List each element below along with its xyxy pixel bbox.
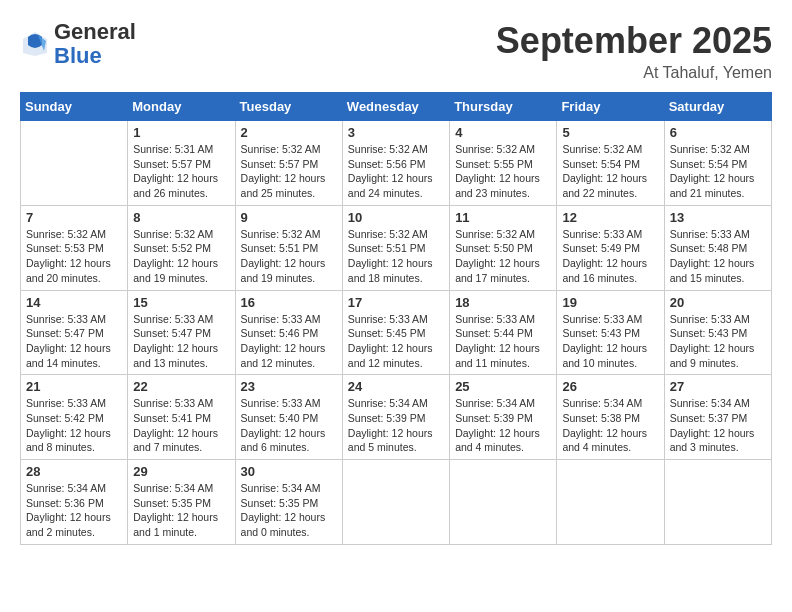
title-block: September 2025 At Tahaluf, Yemen bbox=[496, 20, 772, 82]
weekday-header-friday: Friday bbox=[557, 93, 664, 121]
calendar-cell: 24Sunrise: 5:34 AMSunset: 5:39 PMDayligh… bbox=[342, 375, 449, 460]
calendar-cell: 21Sunrise: 5:33 AMSunset: 5:42 PMDayligh… bbox=[21, 375, 128, 460]
logo-text: General Blue bbox=[54, 20, 136, 68]
calendar-cell bbox=[557, 460, 664, 545]
cell-date: 3 bbox=[348, 125, 444, 140]
calendar-cell: 5Sunrise: 5:32 AMSunset: 5:54 PMDaylight… bbox=[557, 121, 664, 206]
calendar-cell bbox=[21, 121, 128, 206]
calendar-title: September 2025 bbox=[496, 20, 772, 62]
week-row-3: 14Sunrise: 5:33 AMSunset: 5:47 PMDayligh… bbox=[21, 290, 772, 375]
calendar-cell: 1Sunrise: 5:31 AMSunset: 5:57 PMDaylight… bbox=[128, 121, 235, 206]
cell-date: 26 bbox=[562, 379, 658, 394]
cell-date: 12 bbox=[562, 210, 658, 225]
calendar-cell: 30Sunrise: 5:34 AMSunset: 5:35 PMDayligh… bbox=[235, 460, 342, 545]
cell-info: Sunrise: 5:33 AMSunset: 5:42 PMDaylight:… bbox=[26, 396, 122, 455]
calendar-cell: 19Sunrise: 5:33 AMSunset: 5:43 PMDayligh… bbox=[557, 290, 664, 375]
weekday-header-tuesday: Tuesday bbox=[235, 93, 342, 121]
calendar-cell: 7Sunrise: 5:32 AMSunset: 5:53 PMDaylight… bbox=[21, 205, 128, 290]
cell-date: 28 bbox=[26, 464, 122, 479]
cell-info: Sunrise: 5:33 AMSunset: 5:41 PMDaylight:… bbox=[133, 396, 229, 455]
cell-info: Sunrise: 5:33 AMSunset: 5:44 PMDaylight:… bbox=[455, 312, 551, 371]
weekday-header-wednesday: Wednesday bbox=[342, 93, 449, 121]
calendar-cell: 26Sunrise: 5:34 AMSunset: 5:38 PMDayligh… bbox=[557, 375, 664, 460]
cell-info: Sunrise: 5:34 AMSunset: 5:39 PMDaylight:… bbox=[348, 396, 444, 455]
cell-info: Sunrise: 5:32 AMSunset: 5:54 PMDaylight:… bbox=[670, 142, 766, 201]
calendar-cell: 27Sunrise: 5:34 AMSunset: 5:37 PMDayligh… bbox=[664, 375, 771, 460]
cell-date: 27 bbox=[670, 379, 766, 394]
calendar-cell: 6Sunrise: 5:32 AMSunset: 5:54 PMDaylight… bbox=[664, 121, 771, 206]
cell-date: 21 bbox=[26, 379, 122, 394]
cell-date: 15 bbox=[133, 295, 229, 310]
calendar-cell bbox=[664, 460, 771, 545]
logo-icon bbox=[20, 29, 50, 59]
calendar-cell: 18Sunrise: 5:33 AMSunset: 5:44 PMDayligh… bbox=[450, 290, 557, 375]
calendar-cell: 25Sunrise: 5:34 AMSunset: 5:39 PMDayligh… bbox=[450, 375, 557, 460]
weekday-header-saturday: Saturday bbox=[664, 93, 771, 121]
calendar-subtitle: At Tahaluf, Yemen bbox=[496, 64, 772, 82]
page-header: General Blue September 2025 At Tahaluf, … bbox=[20, 20, 772, 82]
calendar-cell: 8Sunrise: 5:32 AMSunset: 5:52 PMDaylight… bbox=[128, 205, 235, 290]
week-row-5: 28Sunrise: 5:34 AMSunset: 5:36 PMDayligh… bbox=[21, 460, 772, 545]
weekday-row: SundayMondayTuesdayWednesdayThursdayFrid… bbox=[21, 93, 772, 121]
cell-date: 7 bbox=[26, 210, 122, 225]
cell-date: 14 bbox=[26, 295, 122, 310]
cell-info: Sunrise: 5:34 AMSunset: 5:39 PMDaylight:… bbox=[455, 396, 551, 455]
cell-info: Sunrise: 5:34 AMSunset: 5:36 PMDaylight:… bbox=[26, 481, 122, 540]
cell-info: Sunrise: 5:33 AMSunset: 5:43 PMDaylight:… bbox=[562, 312, 658, 371]
calendar-cell: 9Sunrise: 5:32 AMSunset: 5:51 PMDaylight… bbox=[235, 205, 342, 290]
cell-info: Sunrise: 5:32 AMSunset: 5:55 PMDaylight:… bbox=[455, 142, 551, 201]
calendar-header: SundayMondayTuesdayWednesdayThursdayFrid… bbox=[21, 93, 772, 121]
cell-info: Sunrise: 5:32 AMSunset: 5:52 PMDaylight:… bbox=[133, 227, 229, 286]
calendar-cell: 4Sunrise: 5:32 AMSunset: 5:55 PMDaylight… bbox=[450, 121, 557, 206]
cell-date: 20 bbox=[670, 295, 766, 310]
cell-info: Sunrise: 5:33 AMSunset: 5:45 PMDaylight:… bbox=[348, 312, 444, 371]
cell-date: 24 bbox=[348, 379, 444, 394]
calendar-cell bbox=[342, 460, 449, 545]
calendar-cell bbox=[450, 460, 557, 545]
cell-info: Sunrise: 5:32 AMSunset: 5:51 PMDaylight:… bbox=[348, 227, 444, 286]
calendar-cell: 22Sunrise: 5:33 AMSunset: 5:41 PMDayligh… bbox=[128, 375, 235, 460]
cell-date: 4 bbox=[455, 125, 551, 140]
cell-date: 9 bbox=[241, 210, 337, 225]
cell-info: Sunrise: 5:33 AMSunset: 5:43 PMDaylight:… bbox=[670, 312, 766, 371]
cell-date: 11 bbox=[455, 210, 551, 225]
calendar-table: SundayMondayTuesdayWednesdayThursdayFrid… bbox=[20, 92, 772, 545]
cell-info: Sunrise: 5:33 AMSunset: 5:40 PMDaylight:… bbox=[241, 396, 337, 455]
cell-info: Sunrise: 5:33 AMSunset: 5:49 PMDaylight:… bbox=[562, 227, 658, 286]
cell-info: Sunrise: 5:34 AMSunset: 5:38 PMDaylight:… bbox=[562, 396, 658, 455]
cell-date: 2 bbox=[241, 125, 337, 140]
calendar-cell: 23Sunrise: 5:33 AMSunset: 5:40 PMDayligh… bbox=[235, 375, 342, 460]
cell-info: Sunrise: 5:32 AMSunset: 5:53 PMDaylight:… bbox=[26, 227, 122, 286]
calendar-body: 1Sunrise: 5:31 AMSunset: 5:57 PMDaylight… bbox=[21, 121, 772, 545]
calendar-cell: 28Sunrise: 5:34 AMSunset: 5:36 PMDayligh… bbox=[21, 460, 128, 545]
calendar-cell: 29Sunrise: 5:34 AMSunset: 5:35 PMDayligh… bbox=[128, 460, 235, 545]
cell-info: Sunrise: 5:31 AMSunset: 5:57 PMDaylight:… bbox=[133, 142, 229, 201]
cell-date: 19 bbox=[562, 295, 658, 310]
cell-info: Sunrise: 5:33 AMSunset: 5:47 PMDaylight:… bbox=[26, 312, 122, 371]
cell-date: 23 bbox=[241, 379, 337, 394]
cell-date: 18 bbox=[455, 295, 551, 310]
cell-date: 16 bbox=[241, 295, 337, 310]
logo: General Blue bbox=[20, 20, 136, 68]
cell-info: Sunrise: 5:32 AMSunset: 5:51 PMDaylight:… bbox=[241, 227, 337, 286]
cell-info: Sunrise: 5:34 AMSunset: 5:35 PMDaylight:… bbox=[241, 481, 337, 540]
calendar-cell: 10Sunrise: 5:32 AMSunset: 5:51 PMDayligh… bbox=[342, 205, 449, 290]
cell-info: Sunrise: 5:34 AMSunset: 5:35 PMDaylight:… bbox=[133, 481, 229, 540]
calendar-cell: 11Sunrise: 5:32 AMSunset: 5:50 PMDayligh… bbox=[450, 205, 557, 290]
cell-date: 8 bbox=[133, 210, 229, 225]
week-row-1: 1Sunrise: 5:31 AMSunset: 5:57 PMDaylight… bbox=[21, 121, 772, 206]
weekday-header-monday: Monday bbox=[128, 93, 235, 121]
cell-date: 1 bbox=[133, 125, 229, 140]
cell-info: Sunrise: 5:32 AMSunset: 5:50 PMDaylight:… bbox=[455, 227, 551, 286]
calendar-cell: 16Sunrise: 5:33 AMSunset: 5:46 PMDayligh… bbox=[235, 290, 342, 375]
cell-date: 6 bbox=[670, 125, 766, 140]
cell-date: 22 bbox=[133, 379, 229, 394]
calendar-cell: 2Sunrise: 5:32 AMSunset: 5:57 PMDaylight… bbox=[235, 121, 342, 206]
cell-info: Sunrise: 5:32 AMSunset: 5:54 PMDaylight:… bbox=[562, 142, 658, 201]
cell-date: 5 bbox=[562, 125, 658, 140]
cell-date: 30 bbox=[241, 464, 337, 479]
calendar-cell: 15Sunrise: 5:33 AMSunset: 5:47 PMDayligh… bbox=[128, 290, 235, 375]
cell-info: Sunrise: 5:33 AMSunset: 5:47 PMDaylight:… bbox=[133, 312, 229, 371]
calendar-cell: 13Sunrise: 5:33 AMSunset: 5:48 PMDayligh… bbox=[664, 205, 771, 290]
cell-date: 17 bbox=[348, 295, 444, 310]
